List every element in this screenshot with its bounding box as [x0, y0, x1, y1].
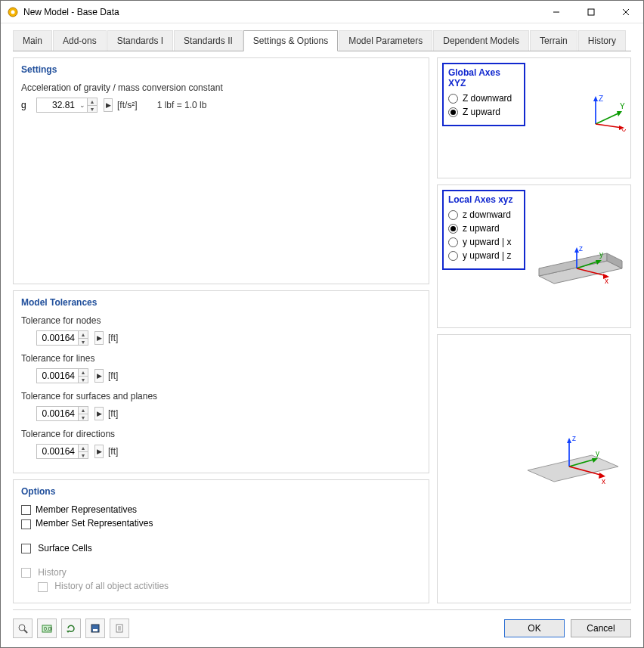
ok-button[interactable]: OK [504, 619, 565, 637]
tolerance-value-1[interactable]: 0.00164 [37, 371, 78, 381]
svg-text:Y: Y [620, 102, 625, 110]
tolerance-spinbox-0[interactable]: 0.00164▲▼ [36, 330, 88, 346]
tolerance-spinbox-1[interactable]: 0.00164▲▼ [36, 368, 88, 383]
tab-standards-i[interactable]: Standards I [107, 30, 173, 51]
global-axes-option-0[interactable]: Z downward [448, 93, 519, 104]
svg-text:Z: Z [599, 95, 603, 103]
surface-cells-checkbox[interactable] [21, 544, 31, 553]
tolerance-step-3[interactable]: ▶ [94, 445, 104, 458]
units-icon: 0,00 [42, 623, 52, 634]
svg-rect-3 [588, 9, 594, 15]
global-axes-radio-1[interactable] [448, 107, 458, 117]
tolerance-value-0[interactable]: 0.00164 [37, 333, 78, 343]
local-axes-radio-3[interactable] [448, 251, 458, 261]
options-list: Member RepresentativesMember Set Represe… [21, 504, 421, 529]
gravity-unit: [ft/s²] [117, 100, 138, 110]
svg-point-1 [11, 10, 15, 14]
units-tool-button[interactable]: 0,00 [37, 619, 57, 638]
svg-line-9 [596, 113, 620, 124]
tab-settings-options[interactable]: Settings & Options [243, 30, 338, 51]
surface-axes-panel: z y x [437, 334, 631, 603]
button-bar: 0,00 OK Cancel [13, 609, 631, 640]
svg-text:y: y [599, 250, 603, 259]
local-axes-options: z downwardz upwardy upward | xy upward |… [448, 209, 519, 261]
local-axes-panel: Local Axes xyz z downwardz upwardy upwar… [437, 184, 631, 328]
gravity-value[interactable]: 32.81 [37, 100, 78, 110]
surface-cells-label: Surface Cells [38, 543, 91, 553]
option-label-1: Member Set Representatives [36, 518, 153, 529]
tolerance-step-2[interactable]: ▶ [94, 407, 104, 420]
option-checkbox-0[interactable] [21, 505, 31, 515]
tolerance-spin-down-0[interactable]: ▼ [79, 338, 88, 345]
tolerance-value-2[interactable]: 0.00164 [37, 408, 78, 419]
close-button[interactable] [608, 1, 643, 23]
global-axes-option-1[interactable]: Z upward [448, 107, 519, 117]
floppy-icon [90, 623, 101, 634]
svg-text:z: z [572, 434, 576, 442]
tab-add-ons[interactable]: Add-ons [53, 30, 107, 51]
tolerance-spinbox-2[interactable]: 0.00164▲▼ [36, 406, 88, 421]
gravity-spin-up[interactable]: ▲ [88, 98, 97, 105]
tolerance-spin-down-1[interactable]: ▼ [79, 376, 88, 383]
beam-axes-icon: z y x [535, 242, 626, 302]
tab-main[interactable]: Main [13, 30, 52, 51]
history-checkbox [21, 568, 31, 578]
tolerance-label-2: Tolerance for surfaces and planes [21, 391, 421, 402]
cancel-button[interactable]: Cancel [571, 619, 631, 637]
svg-marker-7 [593, 96, 598, 101]
app-icon [7, 6, 19, 18]
option-0[interactable]: Member Representatives [21, 504, 421, 515]
tolerance-spin-up-2[interactable]: ▲ [79, 407, 88, 414]
minimize-button[interactable] [539, 1, 574, 23]
tolerance-spin-up-0[interactable]: ▲ [79, 331, 88, 338]
tolerance-unit-0: [ft] [108, 333, 118, 343]
tolerance-spin-up-3[interactable]: ▲ [79, 445, 88, 451]
tolerance-spin-down-2[interactable]: ▼ [79, 414, 88, 420]
local-axes-option-3[interactable]: y upward | z [448, 250, 519, 261]
refresh-tool-button[interactable] [61, 619, 81, 638]
global-axes-label-1: Z upward [463, 107, 500, 117]
local-axes-radio-2[interactable] [448, 237, 458, 247]
local-axes-radio-1[interactable] [448, 224, 458, 234]
tab-dependent-models[interactable]: Dependent Models [433, 30, 529, 51]
local-axes-option-2[interactable]: y upward | x [448, 237, 519, 247]
svg-point-37 [19, 625, 25, 631]
tolerance-spin-down-3[interactable]: ▼ [79, 451, 88, 458]
gravity-step-right[interactable]: ▶ [104, 98, 113, 112]
tab-history[interactable]: History [578, 30, 626, 51]
tolerance-value-3[interactable]: 0.00164 [37, 446, 78, 457]
tab-model-parameters[interactable]: Model Parameters [339, 30, 432, 51]
tab-bar: MainAdd-onsStandards IStandards IISettin… [1, 23, 643, 51]
svg-text:x: x [605, 277, 608, 285]
global-axes-radio-0[interactable] [448, 94, 458, 104]
surface-cells-option[interactable]: Surface Cells [21, 543, 421, 553]
tolerance-unit-2: [ft] [108, 408, 118, 419]
save-tool-button[interactable] [85, 619, 105, 638]
tolerance-spin-up-1[interactable]: ▲ [79, 369, 88, 376]
local-axes-radio-0[interactable] [448, 210, 458, 220]
local-axes-option-0[interactable]: z downward [448, 209, 519, 220]
option-checkbox-1[interactable] [21, 519, 31, 529]
gravity-dropdown-icon[interactable]: ⌄ [78, 101, 87, 109]
tolerance-unit-1: [ft] [108, 371, 118, 381]
global-axes-icon: Z Y X [588, 94, 626, 132]
surface-axes-icon: z y x [520, 429, 626, 504]
list-tool-button[interactable] [110, 619, 129, 638]
local-axes-option-1[interactable]: z upward [448, 223, 519, 234]
local-axes-highlight: Local Axes xyz z downwardz upwardy upwar… [442, 190, 525, 270]
tab-terrain[interactable]: Terrain [530, 30, 577, 51]
option-label-0: Member Representatives [36, 504, 137, 515]
tolerance-step-1[interactable]: ▶ [94, 369, 104, 383]
tab-standards-ii[interactable]: Standards II [174, 30, 243, 51]
acceleration-label: Acceleration of gravity / mass conversio… [21, 82, 421, 93]
refresh-icon [66, 623, 76, 634]
help-tool-button[interactable] [13, 619, 33, 638]
tolerance-spinbox-3[interactable]: 0.00164▲▼ [36, 444, 88, 459]
gravity-spinbox[interactable]: 32.81 ⌄ ▲ ▼ [36, 98, 98, 113]
gravity-spin-down[interactable]: ▼ [88, 105, 97, 112]
option-1[interactable]: Member Set Representatives [21, 518, 421, 529]
maximize-button[interactable] [574, 1, 608, 23]
local-axes-label-3: y upward | z [463, 250, 511, 261]
svg-marker-10 [617, 111, 622, 116]
tolerance-step-0[interactable]: ▶ [94, 331, 104, 345]
